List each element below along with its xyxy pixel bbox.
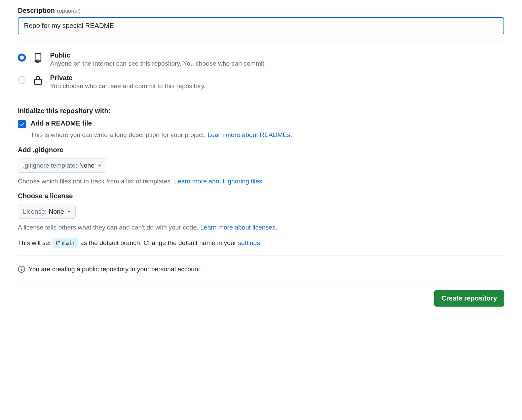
info-icon [18,266,25,273]
caret-down-icon [98,165,101,167]
divider [18,255,504,255]
license-learn-more-link[interactable]: Learn more about licenses. [200,224,277,231]
repo-icon [33,52,43,63]
settings-link[interactable]: settings [238,239,260,246]
readme-label: Add a README file [31,119,92,127]
description-label-row: Description (optional) [18,7,504,14]
default-branch-text: This will set main as the default branch… [18,238,504,249]
gitignore-desc: Choose which files not to track from a l… [18,177,504,186]
gitignore-prefix: .gitignore template: [23,162,77,169]
license-heading: Choose a license [18,192,504,200]
private-title: Private [50,74,206,82]
initialize-section: Initialize this repository with: Add a R… [18,107,504,248]
readme-desc: This is where you can write a long descr… [31,130,504,140]
svg-rect-3 [21,269,22,271]
branch-name: main [62,239,76,248]
readme-checkbox[interactable] [18,120,26,128]
license-dropdown[interactable]: License: None [18,205,76,219]
description-label: Description [18,7,55,14]
caret-down-icon [67,211,71,213]
public-desc: Anyone on the internet can see this repo… [50,60,266,67]
description-input[interactable] [18,17,504,34]
visibility-public-row[interactable]: Public Anyone on the internet can see th… [18,48,504,71]
license-desc: A license tells others what they can and… [18,223,504,233]
svg-rect-0 [35,79,41,84]
divider [18,100,504,100]
license-prefix: License: [23,208,47,215]
lock-icon [33,75,43,85]
gitignore-learn-more-link[interactable]: Learn more about ignoring files. [174,178,264,185]
svg-point-2 [21,268,22,269]
description-group: Description (optional) [18,7,504,34]
readme-row[interactable]: Add a README file [18,119,504,128]
public-title: Public [50,51,266,59]
git-branch-icon [55,240,61,246]
readme-learn-more-link[interactable]: Learn more about READMEs. [208,131,292,138]
submit-row: Create repository [18,290,504,307]
private-desc: You choose who can see and commit to thi… [50,82,206,90]
gitignore-value: None [79,162,95,169]
private-text: Private You choose who can see and commi… [50,74,206,90]
info-text: You are creating a public repository in … [29,266,202,273]
divider [18,283,504,283]
branch-badge: main [52,238,78,248]
description-optional: (optional) [57,8,81,14]
info-row: You are creating a public repository in … [18,262,504,276]
divider [18,41,504,41]
visibility-private-row[interactable]: Private You choose who can see and commi… [18,71,504,93]
license-value: None [49,208,64,215]
gitignore-heading: Add .gitignore [18,146,504,154]
radio-private[interactable] [18,76,26,84]
public-text: Public Anyone on the internet can see th… [50,51,266,67]
visibility-group: Public Anyone on the internet can see th… [18,48,504,93]
radio-public[interactable] [18,54,26,62]
initialize-heading: Initialize this repository with: [18,107,504,115]
create-repository-button[interactable]: Create repository [434,290,504,307]
gitignore-dropdown[interactable]: .gitignore template: None [18,159,106,173]
